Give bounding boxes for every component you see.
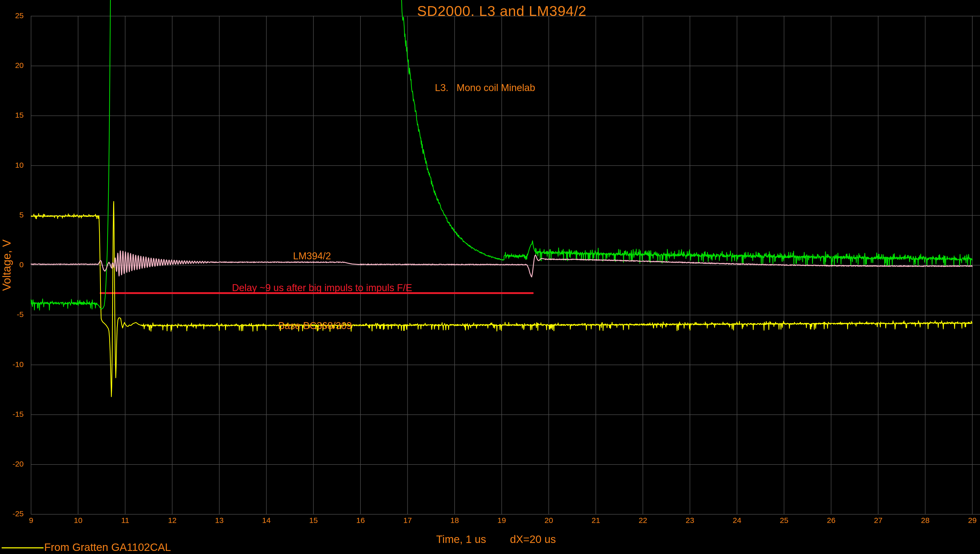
- x-tick-label: 23: [686, 516, 694, 525]
- y-tick-label: -10: [0, 360, 24, 369]
- x-axis-title: Time, 1 us dX=20 us: [436, 533, 556, 546]
- x-tick-label: 17: [403, 516, 412, 525]
- x-tick-label: 11: [121, 516, 129, 525]
- x-tick-label: 25: [780, 516, 788, 525]
- annotation-l3-coil: L3. Mono coil Minelab: [435, 82, 535, 93]
- x-tick-label: 13: [215, 516, 223, 525]
- x-tick-label: 18: [450, 516, 459, 525]
- annotation-base-bc368: Base BC368/369: [278, 320, 352, 331]
- x-tick-label: 16: [356, 516, 365, 525]
- y-tick-label: 10: [0, 161, 24, 170]
- annotation-lm394: LM394/2: [293, 251, 331, 262]
- y-tick-label: -20: [0, 460, 24, 468]
- x-tick-label: 26: [827, 516, 835, 525]
- x-tick-label: 21: [591, 516, 600, 525]
- y-tick-label: -25: [0, 509, 24, 518]
- x-tick-label: 9: [29, 516, 33, 525]
- x-tick-label: 29: [968, 516, 977, 525]
- y-tick-label: -15: [0, 410, 24, 419]
- x-tick-label: 12: [168, 516, 177, 525]
- x-tick-label: 28: [921, 516, 929, 525]
- x-tick-label: 15: [309, 516, 318, 525]
- y-tick-label: 0: [0, 260, 24, 269]
- source-note: From Gratten GA1102CAL: [44, 541, 171, 554]
- x-tick-label: 20: [544, 516, 553, 525]
- y-tick-label: 15: [0, 111, 24, 119]
- annotation-delay: Delay ~9 us after big impuls to impuls F…: [232, 282, 412, 293]
- page-title: SD2000. L3 and LM394/2: [417, 3, 586, 19]
- oscilloscope-screenshot: SD2000. L3 and LM394/2 Voltage, V Time, …: [0, 0, 980, 554]
- y-tick-label: 5: [0, 210, 24, 219]
- x-tick-label: 27: [874, 516, 882, 525]
- y-tick-label: 20: [0, 61, 24, 70]
- x-tick-label: 24: [733, 516, 741, 525]
- y-tick-label: 25: [0, 11, 24, 20]
- x-tick-label: 14: [262, 516, 271, 525]
- y-tick-label: -5: [0, 310, 24, 319]
- x-tick-label: 19: [497, 516, 506, 525]
- x-tick-label: 22: [639, 516, 647, 525]
- x-tick-label: 10: [74, 516, 82, 525]
